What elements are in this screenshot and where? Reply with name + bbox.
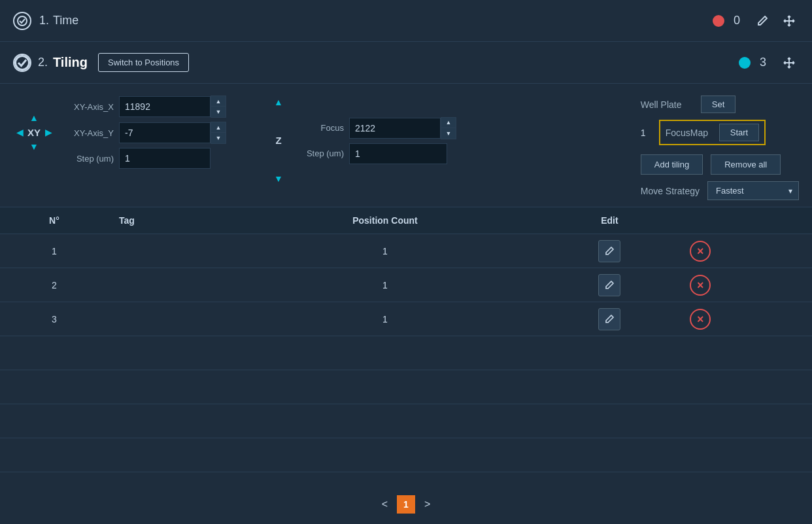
cell-empty bbox=[235, 370, 534, 404]
step-focus-label: Step (um) bbox=[292, 148, 344, 158]
xy-axis-x-input[interactable] bbox=[119, 96, 211, 117]
focus-label: Focus bbox=[292, 123, 344, 133]
pagination-prev-button[interactable]: < bbox=[377, 496, 393, 513]
focus-row: Focus ▲ ▼ bbox=[292, 117, 456, 139]
focus-input[interactable] bbox=[349, 118, 441, 139]
well-plate-row: Well Plate Set bbox=[641, 96, 736, 113]
move-strategy-select[interactable]: Fastest Shortest Sequential bbox=[707, 181, 799, 200]
xy-down-button[interactable]: ▼ bbox=[27, 140, 41, 153]
z-control: ▲ Z ▼ Focus ▲ ▼ Step (um) bbox=[272, 96, 456, 185]
time-move-button[interactable] bbox=[779, 11, 799, 31]
controls-area: ▲ ◀ XY ▶ ▼ XY-Axis_X ▲ ▼ bbox=[0, 84, 812, 207]
time-check-icon bbox=[13, 12, 31, 30]
cell-position-count: 1 bbox=[235, 302, 534, 336]
well-plate-label: Well Plate bbox=[641, 99, 693, 110]
focusmap-container: 1 FocusMap Start bbox=[641, 120, 766, 145]
strategy-row: Move Strategy Fastest Shortest Sequentia… bbox=[641, 181, 799, 200]
table-row: 2 1 × bbox=[0, 268, 812, 302]
z-down-button[interactable]: ▼ bbox=[272, 172, 285, 185]
pagination-next-button[interactable]: > bbox=[419, 496, 435, 513]
section-tiling-header: 2. Tiling Switch to Positions 3 bbox=[0, 42, 812, 84]
cell-empty bbox=[109, 370, 235, 404]
xy-axis-y-up-btn[interactable]: ▲ bbox=[211, 122, 226, 133]
svg-point-0 bbox=[18, 16, 27, 26]
tiling-move-button[interactable] bbox=[779, 53, 799, 73]
col-header-tag: Tag bbox=[109, 207, 235, 234]
move-strategy-label: Move Strategy bbox=[641, 186, 700, 196]
cell-empty bbox=[535, 472, 685, 485]
cell-empty bbox=[535, 438, 685, 472]
cell-num: 2 bbox=[0, 268, 109, 302]
cell-num: 1 bbox=[0, 234, 109, 268]
col-header-edit: Edit bbox=[535, 207, 685, 234]
cell-delete: × bbox=[685, 234, 812, 268]
time-status-dot bbox=[713, 15, 724, 27]
edit-row-button[interactable] bbox=[598, 308, 620, 330]
table-header-row: N° Tag Position Count Edit bbox=[0, 207, 812, 234]
tiling-section-title: Tiling bbox=[53, 55, 88, 70]
cell-empty bbox=[535, 404, 685, 438]
z-label: Z bbox=[275, 135, 281, 146]
xy-fields: XY-Axis_X ▲ ▼ XY-Axis_Y ▲ bbox=[61, 96, 226, 169]
cell-tag bbox=[109, 268, 235, 302]
xy-up-button[interactable]: ▲ bbox=[27, 111, 41, 124]
tiling-count: 3 bbox=[760, 56, 766, 69]
delete-circle-icon: × bbox=[690, 309, 711, 330]
cell-edit bbox=[535, 268, 685, 302]
cell-empty bbox=[685, 336, 812, 370]
xy-axis-y-input[interactable] bbox=[119, 122, 211, 143]
cell-tag bbox=[109, 234, 235, 268]
delete-row-button[interactable]: × bbox=[690, 241, 711, 262]
focusmap-label: FocusMap bbox=[666, 128, 711, 138]
cell-empty bbox=[0, 472, 109, 485]
col-header-num: N° bbox=[0, 207, 109, 234]
xy-arrow-pad: ▲ ◀ XY ▶ ▼ bbox=[13, 111, 55, 153]
xy-axis-x-up-btn[interactable]: ▲ bbox=[211, 96, 226, 107]
focus-down-btn[interactable]: ▼ bbox=[441, 128, 456, 139]
step-focus-input[interactable] bbox=[349, 143, 447, 164]
time-edit-button[interactable] bbox=[753, 12, 771, 30]
cell-position-count: 1 bbox=[235, 234, 534, 268]
delete-row-button[interactable]: × bbox=[690, 275, 711, 296]
step-um-input[interactable] bbox=[119, 148, 211, 169]
cell-delete: × bbox=[685, 302, 812, 336]
well-plate-set-button[interactable]: Set bbox=[701, 96, 736, 113]
table-empty-row bbox=[0, 438, 812, 472]
switch-to-positions-button[interactable]: Switch to Positions bbox=[98, 53, 189, 72]
add-tiling-button[interactable]: Add tiling bbox=[641, 154, 703, 175]
pagination-current-page[interactable]: 1 bbox=[397, 495, 415, 514]
table-container: N° Tag Position Count Edit 1 1 bbox=[0, 207, 812, 485]
table-row: 1 1 × bbox=[0, 234, 812, 268]
focusmap-start-button[interactable]: Start bbox=[719, 124, 759, 141]
xy-axis-y-input-wrap: ▲ ▼ bbox=[119, 122, 226, 144]
xy-axis-x-input-wrap: ▲ ▼ bbox=[119, 96, 226, 118]
cell-empty bbox=[235, 404, 534, 438]
delete-row-button[interactable]: × bbox=[690, 309, 711, 330]
cell-empty bbox=[235, 438, 534, 472]
step-um-label: Step (um) bbox=[61, 154, 114, 164]
focus-up-btn[interactable]: ▲ bbox=[441, 118, 456, 128]
section-time-header: 1. Time 0 bbox=[0, 0, 812, 42]
action-row: Add tiling Remove all bbox=[641, 154, 781, 175]
cell-position-count: 1 bbox=[235, 268, 534, 302]
step-um-row: Step (um) bbox=[61, 148, 226, 169]
xy-axis-x-row: XY-Axis_X ▲ ▼ bbox=[61, 96, 226, 118]
time-section-title: Time bbox=[53, 14, 78, 27]
xy-axis-x-down-btn[interactable]: ▼ bbox=[211, 107, 226, 117]
table-empty-row bbox=[0, 404, 812, 438]
focusmap-number: 1 bbox=[641, 128, 650, 138]
xy-left-button[interactable]: ◀ bbox=[13, 126, 26, 139]
edit-row-button[interactable] bbox=[598, 274, 620, 296]
delete-circle-icon: × bbox=[690, 275, 711, 296]
z-up-button[interactable]: ▲ bbox=[272, 96, 285, 109]
cell-empty bbox=[109, 472, 235, 485]
edit-row-button[interactable] bbox=[598, 240, 620, 262]
cell-edit bbox=[535, 234, 685, 268]
col-header-position-count: Position Count bbox=[235, 207, 534, 234]
remove-all-button[interactable]: Remove all bbox=[711, 154, 781, 175]
xy-axis-y-spinners: ▲ ▼ bbox=[211, 122, 226, 144]
xy-axis-y-down-btn[interactable]: ▼ bbox=[211, 133, 226, 143]
main-body: ▲ ◀ XY ▶ ▼ XY-Axis_X ▲ ▼ bbox=[0, 84, 812, 524]
xy-right-button[interactable]: ▶ bbox=[42, 126, 55, 139]
focus-spinners: ▲ ▼ bbox=[441, 117, 456, 139]
